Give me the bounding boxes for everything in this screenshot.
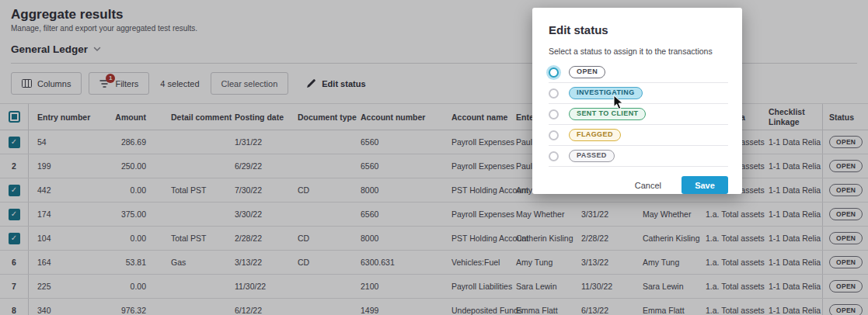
radio-unselected-icon[interactable]: [549, 109, 559, 119]
status-option-flagged[interactable]: FLAGGED: [549, 125, 728, 146]
status-option-investigating[interactable]: INVESTIGATING: [549, 83, 728, 104]
modal-title: Edit status: [549, 23, 728, 36]
status-pill-investigating: INVESTIGATING: [569, 87, 643, 100]
status-option-passed[interactable]: PASSED: [549, 146, 728, 167]
status-pill-passed: PASSED: [569, 150, 615, 163]
status-pill-sent_to_client: SENT TO CLIENT: [569, 108, 646, 121]
modal-description: Select a status to assign it to the tran…: [549, 47, 728, 56]
save-button[interactable]: Save: [682, 176, 728, 194]
status-option-list: OPENINVESTIGATINGSENT TO CLIENTFLAGGEDPA…: [549, 62, 728, 167]
edit-status-modal: Edit status Select a status to assign it…: [532, 8, 742, 194]
status-option-open[interactable]: OPEN: [549, 62, 728, 83]
radio-unselected-icon[interactable]: [549, 88, 559, 99]
radio-unselected-icon[interactable]: [549, 151, 559, 161]
radio-selected-icon[interactable]: [549, 68, 559, 78]
cancel-button[interactable]: Cancel: [635, 181, 661, 190]
status-pill-open: OPEN: [569, 66, 605, 79]
status-option-sent_to_client[interactable]: SENT TO CLIENT: [549, 104, 728, 125]
status-pill-flagged: FLAGGED: [569, 129, 621, 142]
radio-unselected-icon[interactable]: [549, 130, 559, 140]
modal-footer: Cancel Save: [549, 176, 728, 194]
